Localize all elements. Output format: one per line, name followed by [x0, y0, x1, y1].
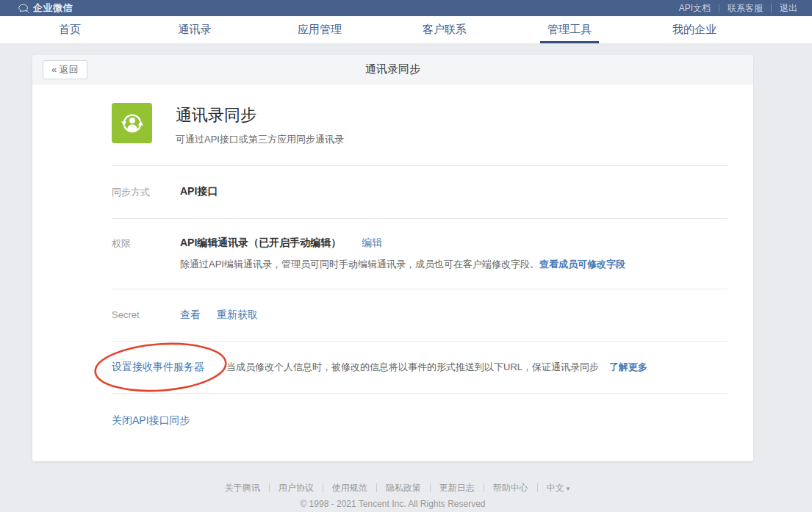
secret-refresh-link[interactable]: 重新获取 — [217, 309, 258, 320]
app-title: 通讯录同步 — [176, 104, 344, 126]
sync-method-label: 同步方式 — [112, 185, 180, 199]
brand-logo-link[interactable]: 企业微信 — [18, 1, 73, 15]
close-api-row: 关闭API接口同步 — [112, 394, 727, 428]
card-header: « 返回 通讯录同步 — [32, 55, 753, 84]
nav-item-contacts[interactable]: 通讯录 — [132, 16, 257, 43]
close-api-sync-link[interactable]: 关闭API接口同步 — [112, 414, 190, 428]
nav-item-admin-tools[interactable]: 管理工具 — [507, 16, 632, 43]
app-header-text: 通讯录同步 可通过API接口或第三方应用同步通讯录 — [176, 103, 344, 146]
footer-link-changelog[interactable]: 更新日志 — [431, 483, 484, 492]
receive-event-row: 设置接收事件服务器 当成员修改个人信息时，被修改的信息将以事件的形式推送到以下U… — [112, 342, 727, 393]
sync-method-row: 同步方式 API接口 — [112, 166, 727, 218]
permission-desc: 除通过API编辑通讯录，管理员可同时手动编辑通讯录，成员也可在客户端修改字段。 — [180, 259, 539, 270]
footer-link-privacy-policy[interactable]: 隐私政策 — [377, 483, 431, 492]
nav-item-customer-relations[interactable]: 客户联系 — [382, 16, 507, 43]
chevron-down-icon: ▾ — [567, 485, 570, 492]
footer-link-help-center[interactable]: 帮助中心 — [484, 483, 538, 492]
footer-links: 关于腾讯 用户协议 使用规范 隐私政策 更新日志 帮助中心 中文▾ — [216, 483, 570, 493]
permission-row: 权限 API编辑通讯录（已开启手动编辑） 编辑 除通过API编辑通讯录，管理员可… — [112, 219, 727, 289]
nav-item-home[interactable]: 首页 — [7, 16, 132, 43]
main-content: « 返回 通讯录同步 通讯录同步 — [0, 44, 812, 509]
contacts-sync-card: « 返回 通讯录同步 通讯录同步 — [32, 55, 753, 461]
topbar-link-api-docs[interactable]: API文档 — [671, 4, 719, 12]
topbar-link-contact-support[interactable]: 联系客服 — [719, 4, 772, 12]
footer-link-user-agreement[interactable]: 用户协议 — [270, 483, 323, 492]
copyright-text: © 1998 - 2021 Tencent Inc. All Rights Re… — [32, 499, 753, 509]
nav-item-app-management[interactable]: 应用管理 — [257, 16, 382, 43]
set-event-server-link[interactable]: 设置接收事件服务器 — [112, 361, 204, 374]
brand-name: 企业微信 — [33, 1, 73, 15]
permission-edit-link[interactable]: 编辑 — [362, 237, 382, 248]
app-subtitle: 可通过API接口或第三方应用同步通讯录 — [176, 133, 344, 146]
page-title: 通讯录同步 — [32, 62, 753, 76]
permission-value: API编辑通讯录（已开启手动编辑） — [180, 237, 341, 248]
contacts-sync-icon — [112, 103, 152, 143]
topbar-link-logout[interactable]: 退出 — [772, 4, 797, 12]
primary-nav: 首页 通讯录 应用管理 客户联系 管理工具 我的企业 — [0, 16, 812, 44]
secret-view-link[interactable]: 查看 — [180, 309, 201, 320]
wework-chat-bubble-icon — [18, 4, 29, 13]
secret-label: Secret — [112, 309, 180, 322]
learn-more-link[interactable]: 了解更多 — [609, 361, 647, 374]
footer-link-usage-rules[interactable]: 使用规范 — [323, 483, 377, 492]
secret-row: Secret 查看 重新获取 — [112, 289, 727, 341]
card-body: 通讯录同步 可通过API接口或第三方应用同步通讯录 同步方式 API接口 权限 … — [32, 84, 753, 461]
footer-link-about-tencent[interactable]: 关于腾讯 — [216, 483, 270, 492]
topbar: 企业微信 API文档 联系客服 退出 — [0, 0, 812, 16]
receive-event-desc: 当成员修改个人信息时，被修改的信息将以事件的形式推送到以下URL，保证通讯录同步 — [226, 361, 599, 374]
back-button[interactable]: « 返回 — [43, 60, 87, 79]
nav-item-my-company[interactable]: 我的企业 — [632, 16, 757, 43]
permission-view-fields-link[interactable]: 查看成员可修改字段 — [539, 259, 625, 270]
permission-label: 权限 — [112, 237, 180, 271]
app-header: 通讯录同步 可通过API接口或第三方应用同步通讯录 — [112, 103, 727, 165]
language-selector[interactable]: 中文▾ — [538, 483, 570, 493]
topbar-links: API文档 联系客服 退出 — [671, 4, 797, 12]
language-label: 中文 — [547, 483, 564, 493]
sync-method-value: API接口 — [180, 185, 218, 199]
footer: 关于腾讯 用户协议 使用规范 隐私政策 更新日志 帮助中心 中文▾ © 1998… — [32, 480, 753, 509]
person-sync-glyph-icon — [117, 108, 148, 139]
